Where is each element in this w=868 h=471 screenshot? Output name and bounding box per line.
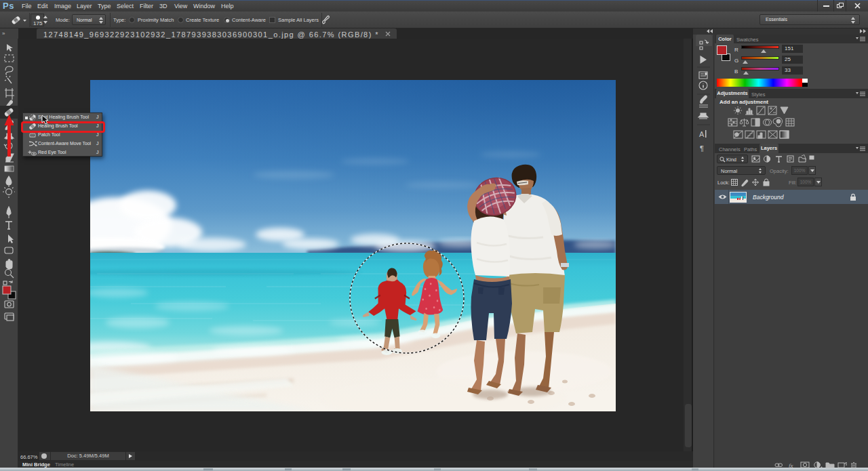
svg-text:fx: fx xyxy=(789,462,793,469)
svg-text:A: A xyxy=(699,130,705,138)
svg-text:¶: ¶ xyxy=(700,144,704,152)
